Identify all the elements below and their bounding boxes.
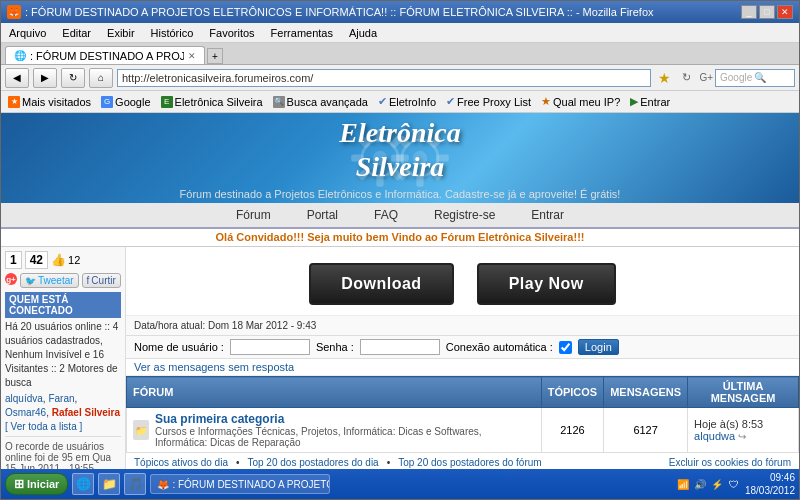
buttons-area: Download Play Now: [126, 247, 799, 316]
quick-launch-folder[interactable]: 📁: [98, 473, 120, 495]
toolbar: ◀ ▶ ↻ ⌂ http://eletronicasilveira.forume…: [1, 65, 799, 91]
maximize-button[interactable]: □: [759, 5, 775, 19]
gear-decoration-right: [1, 113, 779, 203]
bookmark-label-1: Google: [115, 96, 150, 108]
search-icon[interactable]: 🔍: [754, 72, 766, 83]
menu-favoritos[interactable]: Favoritos: [205, 26, 258, 40]
separator-1: •: [387, 457, 391, 468]
back-button[interactable]: ◀: [5, 68, 29, 88]
see-list-link[interactable]: [ Ver toda a lista ]: [5, 421, 82, 432]
separator-0: •: [236, 457, 240, 468]
sidebar-divider-1: [5, 436, 121, 437]
bookmark-entrar[interactable]: ▶ Entrar: [627, 94, 673, 109]
col-last-msg: ÚLTIMA MENSAGEM: [688, 377, 799, 408]
user-alquidva[interactable]: alquídva: [5, 393, 43, 404]
svg-point-11: [373, 151, 387, 165]
minimize-button[interactable]: _: [741, 5, 757, 19]
download-button[interactable]: Download: [309, 263, 453, 305]
menu-historico[interactable]: Histórico: [147, 26, 198, 40]
last-msg-user: alqudwa ↪: [694, 430, 792, 442]
nav-entrar[interactable]: Entrar: [523, 206, 572, 224]
search-placeholder: Google: [720, 72, 752, 83]
new-tab-button[interactable]: +: [207, 48, 223, 64]
systray: 📶 🔊 ⚡ 🛡: [676, 477, 741, 491]
menu-ajuda[interactable]: Ajuda: [345, 26, 381, 40]
curtir-button[interactable]: f Curtir: [82, 273, 121, 288]
nav-portal[interactable]: Portal: [299, 206, 346, 224]
security-tray-icon: 🛡: [727, 477, 741, 491]
social-buttons: g+ 🐦 Tweetar f Curtir: [5, 273, 121, 288]
login-button[interactable]: Login: [578, 339, 619, 355]
forum-header: Eletrônica Silveira Fórum destinado a Pr…: [1, 113, 799, 203]
folder-icon: 📁: [102, 477, 117, 491]
last-msg-user-link[interactable]: alqudwa: [694, 430, 735, 442]
window-controls: _ □ ✕: [741, 5, 793, 19]
taskbar-item-browser[interactable]: 🦊 : FÓRUM DESTINADO A PROJETOS ELE...: [150, 474, 330, 494]
footer-link-0[interactable]: Tópicos ativos do dia: [134, 457, 228, 468]
svg-rect-19: [357, 135, 371, 149]
user-osmar[interactable]: Osmar46: [5, 407, 46, 418]
start-button[interactable]: ⊞ Iniciar: [5, 473, 68, 495]
nav-tabs: Fórum Portal FAQ Registre-se Entrar: [1, 203, 799, 229]
refresh-icon[interactable]: ↻: [677, 69, 695, 87]
taskbar-left: ⊞ Iniciar 🌐 📁 🎵 🦊 : FÓRUM DESTINADO A PR…: [5, 473, 330, 495]
user-rafael[interactable]: Rafael Silveira: [52, 407, 120, 418]
tab-bar: 🌐 : FÓRUM DESTINADO A PROJETOS ELET... ✕…: [1, 43, 799, 65]
sidebar: 1 42 👍 12 g+ 🐦 Tweetar: [1, 247, 126, 469]
bookmark-star[interactable]: ★: [655, 69, 673, 87]
social-row: 1 42 👍 12: [5, 251, 121, 269]
cookie-link[interactable]: Excluir os cookies do fórum: [669, 457, 791, 468]
close-button[interactable]: ✕: [777, 5, 793, 19]
forum-category-name[interactable]: Sua primeira categoria: [155, 412, 535, 426]
footer-link-1[interactable]: Top 20 dos postadores do dia: [247, 457, 378, 468]
messages-link[interactable]: Ver as mensagens sem resposta: [134, 361, 294, 373]
tab-favicon: 🌐: [14, 50, 26, 61]
bookmark-busca[interactable]: 🔍 Busca avançada: [270, 95, 371, 109]
nav-forum[interactable]: Fórum: [228, 206, 279, 224]
menu-arquivo[interactable]: Arquivo: [5, 26, 50, 40]
bookmark-proxy[interactable]: ✔ Free Proxy List: [443, 94, 534, 109]
svg-rect-14: [396, 154, 409, 161]
search-box[interactable]: Google 🔍: [715, 69, 795, 87]
svg-rect-12: [376, 129, 383, 142]
main-layout: 1 42 👍 12 g+ 🐦 Tweetar: [1, 247, 799, 469]
password-input[interactable]: [360, 339, 440, 355]
bookmark-ip[interactable]: ★ Qual meu IP?: [538, 94, 623, 109]
bookmark-eletronica[interactable]: E Eletrônica Silveira: [158, 95, 266, 109]
nav-faq[interactable]: FAQ: [366, 206, 406, 224]
bookmark-google[interactable]: G Google: [98, 95, 153, 109]
footer-links: Tópicos ativos do dia • Top 20 dos posta…: [126, 453, 799, 469]
bookmark-mais-visitados[interactable]: ★ Mais visitados: [5, 95, 94, 109]
login-form-row: Nome de usuário : Senha : Conexão automá…: [126, 336, 799, 359]
menu-editar[interactable]: Editar: [58, 26, 95, 40]
marquee-text: Olá Convidado!!! Seja muito bem Vindo ao…: [216, 231, 585, 243]
count-box-2: 42: [25, 251, 48, 269]
quick-launch-ie[interactable]: 🌐: [72, 473, 94, 495]
footer-link-2[interactable]: Top 20 dos postadores do fórum: [398, 457, 541, 468]
home-button[interactable]: ⌂: [89, 68, 113, 88]
quick-launch-media[interactable]: 🎵: [124, 473, 146, 495]
menu-exibir[interactable]: Exibir: [103, 26, 139, 40]
user-faran[interactable]: Faran: [48, 393, 74, 404]
play-now-button[interactable]: Play Now: [477, 263, 616, 305]
battery-tray-icon: ⚡: [710, 477, 724, 491]
password-label: Senha :: [316, 341, 354, 353]
start-label: Iniciar: [27, 478, 59, 490]
auto-checkbox[interactable]: [559, 341, 572, 354]
bookmark-label-3: Busca avançada: [287, 96, 368, 108]
bookmark-eletroinfo[interactable]: ✔ EletroInfo: [375, 94, 439, 109]
tweet-button[interactable]: 🐦 Tweetar: [20, 273, 79, 288]
bookmark-label-6: Qual meu IP?: [553, 96, 620, 108]
nav-registre[interactable]: Registre-se: [426, 206, 503, 224]
username-input[interactable]: [230, 339, 310, 355]
address-bar[interactable]: http://eletronicasilveira.forumeiros.com…: [117, 69, 651, 87]
menu-ferramentas[interactable]: Ferramentas: [267, 26, 337, 40]
bookmark-label-5: Free Proxy List: [457, 96, 531, 108]
forward-button[interactable]: ▶: [33, 68, 57, 88]
tab-close-button[interactable]: ✕: [188, 51, 196, 61]
reload-button[interactable]: ↻: [61, 68, 85, 88]
connected-text: Há 20 usuários online :: 4 usuários cada…: [5, 320, 121, 390]
bookmark-label-2: Eletrônica Silveira: [175, 96, 263, 108]
taskbar: ⊞ Iniciar 🌐 📁 🎵 🦊 : FÓRUM DESTINADO A PR…: [1, 469, 799, 499]
active-tab[interactable]: 🌐 : FÓRUM DESTINADO A PROJETOS ELET... ✕: [5, 46, 205, 64]
